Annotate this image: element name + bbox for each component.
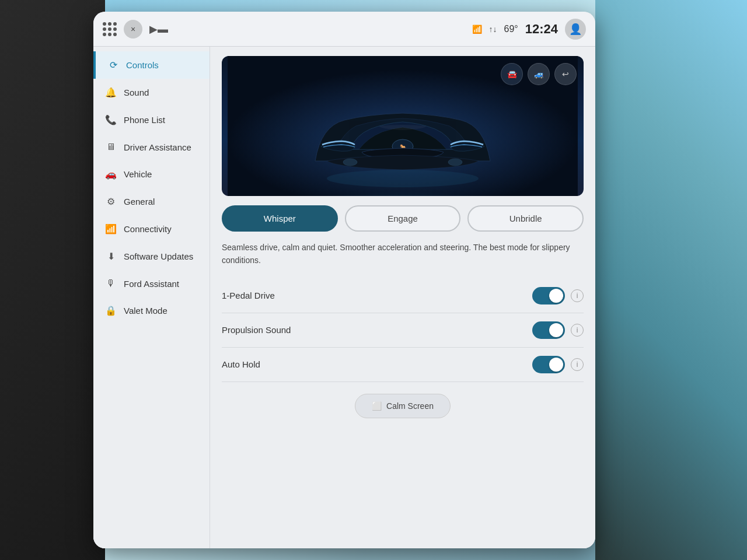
wifi-icon: 📶 [472,24,482,34]
toggle-row-auto-hold: Auto Hold i [222,348,584,382]
right-panel: 🐎 [210,47,595,548]
signal-icon: ↑↓ [489,24,497,34]
tablet-frame: × ▶▬ 📶 ↑↓ 69° 12:24 👤 ⟳ Controls 🔔 Sound [93,12,595,548]
sidebar: ⟳ Controls 🔔 Sound 📞 Phone List 🖥 Driver… [93,47,210,548]
one-pedal-toggle-right: i [532,287,584,304]
one-pedal-label: 1-Pedal Drive [222,290,275,300]
close-button[interactable]: × [124,20,142,38]
media-icon: ▶▬ [149,23,168,36]
calm-screen-icon: ⬜ [372,401,382,411]
propulsion-info-button[interactable]: i [571,324,584,337]
sidebar-item-vehicle[interactable]: 🚗 Vehicle [93,160,210,188]
one-pedal-toggle[interactable] [532,287,565,304]
one-pedal-info-button[interactable]: i [571,289,584,302]
svg-point-6 [327,170,479,187]
propulsion-toggle[interactable] [532,321,565,339]
car-view-side-button[interactable]: 🚙 [528,63,550,85]
svg-point-5 [448,159,462,166]
sidebar-label-valet: Valet Mode [124,306,167,316]
grid-menu-icon[interactable] [103,22,117,36]
car-view-rear-button[interactable]: ↩ [554,63,577,85]
sidebar-item-phone[interactable]: 📞 Phone List [93,106,210,134]
sidebar-label-controls: Controls [126,60,159,70]
engage-mode-button[interactable]: Engage [345,205,461,232]
svg-point-4 [343,159,357,166]
sidebar-label-ford: Ford Assistant [124,279,179,289]
car-image: 🐎 [222,56,584,196]
sound-icon: 🔔 [105,87,117,98]
general-icon: ⚙ [105,196,117,207]
calm-screen-button[interactable]: ⬜ Calm Screen [355,394,451,418]
connectivity-icon: 📶 [105,223,117,235]
propulsion-toggle-right: i [532,321,584,339]
sidebar-item-driver[interactable]: 🖥 Driver Assistance [93,134,210,160]
one-pedal-knob [549,289,563,303]
sidebar-label-software: Software Updates [124,251,193,261]
sidebar-item-ford-assistant[interactable]: 🎙 Ford Assistant [93,270,210,297]
time-display: 12:24 [525,22,558,37]
sidebar-label-general: General [124,197,155,206]
temperature-display: 69° [504,24,518,34]
auto-hold-label: Auto Hold [222,359,260,369]
sidebar-label-sound: Sound [124,88,149,97]
sidebar-item-sound[interactable]: 🔔 Sound [93,79,210,106]
phone-icon: 📞 [105,114,117,125]
top-bar-right: 📶 ↑↓ 69° 12:24 👤 [472,19,586,40]
propulsion-knob [549,323,563,337]
top-bar: × ▶▬ 📶 ↑↓ 69° 12:24 👤 [93,12,595,47]
sidebar-item-valet[interactable]: 🔒 Valet Mode [93,297,210,324]
toggle-row-propulsion: Propulsion Sound i [222,313,584,348]
sidebar-item-controls[interactable]: ⟳ Controls [93,51,210,79]
car-view-buttons: 🚘 🚙 ↩ [501,63,577,85]
toggle-row-one-pedal: 1-Pedal Drive i [222,279,584,313]
sidebar-item-connectivity[interactable]: 📶 Connectivity [93,215,210,243]
auto-hold-toggle-right: i [532,356,584,373]
propulsion-label: Propulsion Sound [222,325,291,335]
auto-hold-knob [549,358,563,372]
mode-description: Seamless drive, calm and quiet. Smoother… [222,241,584,267]
top-bar-left: × ▶▬ [103,20,168,38]
vehicle-icon: 🚗 [105,169,117,180]
sidebar-label-phone: Phone List [124,115,165,125]
ford-assistant-icon: 🎙 [105,278,117,289]
profile-button[interactable]: 👤 [565,19,586,40]
main-content: ⟳ Controls 🔔 Sound 📞 Phone List 🖥 Driver… [93,47,595,548]
sidebar-label-connectivity: Connectivity [124,224,172,234]
auto-hold-info-button[interactable]: i [571,358,584,371]
drive-modes: Whisper Engage Unbridle [222,205,584,232]
sidebar-item-general[interactable]: ⚙ General [93,188,210,215]
sidebar-label-driver: Driver Assistance [124,142,191,152]
sidebar-item-software[interactable]: ⬇ Software Updates [93,243,210,270]
unbridle-mode-button[interactable]: Unbridle [467,205,584,232]
auto-hold-toggle[interactable] [532,356,565,373]
controls-icon: ⟳ [107,60,119,71]
valet-icon: 🔒 [105,305,117,316]
driver-icon: 🖥 [105,142,117,152]
software-icon: ⬇ [105,251,117,262]
whisper-mode-button[interactable]: Whisper [222,205,338,232]
sidebar-label-vehicle: Vehicle [124,169,152,179]
car-view-front-button[interactable]: 🚘 [501,63,523,85]
calm-screen-label: Calm Screen [386,401,434,411]
